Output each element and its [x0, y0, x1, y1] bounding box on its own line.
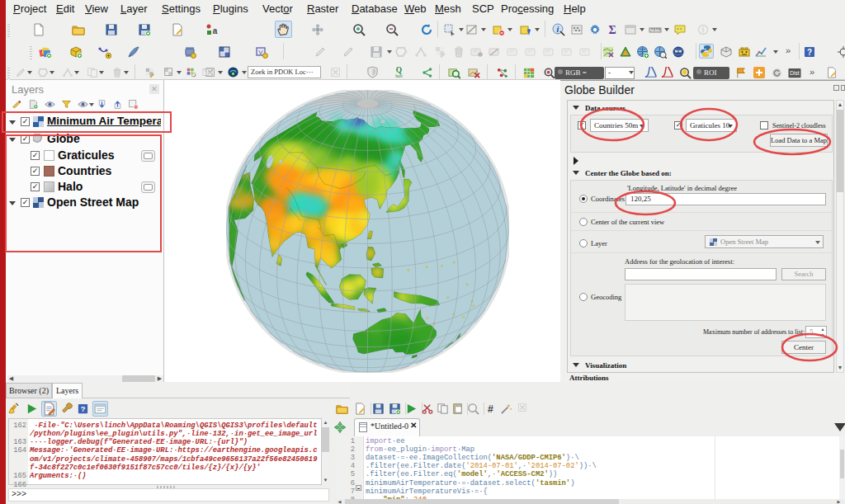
svg-text:?: ? — [81, 405, 86, 413]
svg-text:Σ: Σ — [608, 24, 616, 36]
svg-text:#: # — [488, 404, 493, 415]
svg-text:a: a — [213, 26, 218, 35]
svg-text:Dist: Dist — [790, 70, 799, 76]
svg-text:i: i — [557, 25, 559, 34]
svg-text:?: ? — [807, 48, 812, 57]
svg-text:hub: hub — [395, 73, 403, 78]
